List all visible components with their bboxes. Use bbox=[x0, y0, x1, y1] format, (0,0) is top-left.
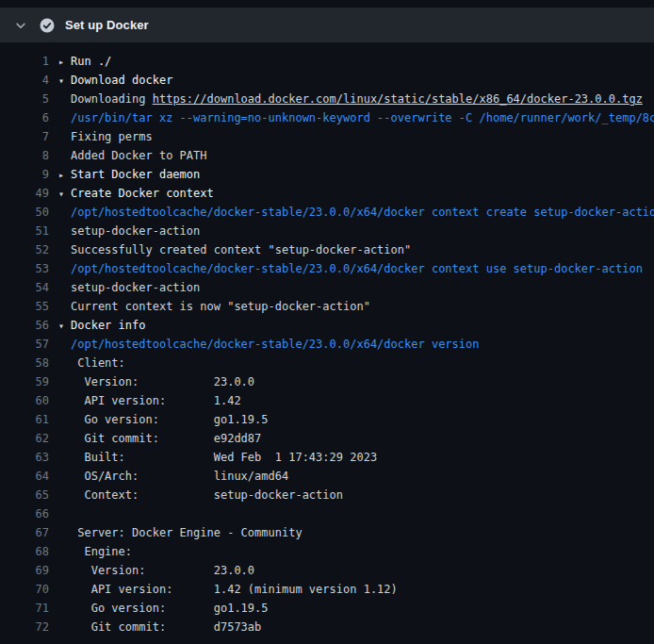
line-number[interactable]: 66 bbox=[0, 504, 49, 523]
group-title[interactable]: Start Docker daemon bbox=[71, 168, 200, 181]
line-number[interactable]: 64 bbox=[0, 467, 49, 486]
chevron-down-icon[interactable] bbox=[14, 19, 27, 32]
group-title[interactable]: Docker info bbox=[71, 319, 145, 332]
log-text: Fixing perms bbox=[58, 127, 654, 146]
log-line: 66 bbox=[0, 504, 654, 523]
log-line: 69 Version: 23.0.0 bbox=[0, 561, 654, 580]
group-line-content: ▸Run ./ bbox=[58, 52, 654, 71]
log-line: 72 Git commit: d7573ab bbox=[0, 618, 654, 636]
group-title[interactable]: Download docker bbox=[71, 74, 172, 87]
success-check-icon bbox=[40, 18, 55, 33]
group-title[interactable]: Run ./ bbox=[71, 55, 111, 68]
log-text: Engine: bbox=[58, 542, 654, 561]
line-number[interactable]: 72 bbox=[0, 618, 49, 636]
line-number[interactable]: 9 bbox=[0, 165, 49, 184]
caret-down-icon[interactable]: ▾ bbox=[58, 317, 71, 335]
log-text: Git commit: e92dd87 bbox=[58, 429, 654, 448]
log-line: 56▾Docker info bbox=[0, 316, 654, 335]
log-text: Git commit: d7573ab bbox=[58, 618, 654, 636]
log-line: 49▾Create Docker context bbox=[0, 184, 654, 203]
log-command-text: /opt/hostedtoolcache/docker-stable/23.0.… bbox=[58, 203, 654, 222]
line-number[interactable]: 60 bbox=[0, 391, 49, 410]
line-number[interactable]: 68 bbox=[0, 542, 49, 561]
group-line-content: ▾Docker info bbox=[58, 316, 654, 335]
line-number[interactable]: 67 bbox=[0, 523, 49, 542]
log-line: 54setup-docker-action bbox=[0, 278, 654, 297]
line-number[interactable]: 6 bbox=[0, 108, 49, 127]
line-number[interactable]: 55 bbox=[0, 297, 49, 316]
line-number[interactable]: 1 bbox=[0, 52, 49, 71]
log-text: Built: Wed Feb 1 17:43:29 2023 bbox=[58, 448, 654, 467]
line-number[interactable]: 7 bbox=[0, 127, 49, 146]
log-text: Current context is now "setup-docker-act… bbox=[58, 297, 654, 316]
log-text: Context: setup-docker-action bbox=[58, 486, 654, 504]
line-number[interactable]: 61 bbox=[0, 410, 49, 429]
log-text: Added Docker to PATH bbox=[58, 146, 654, 165]
line-number[interactable]: 5 bbox=[0, 90, 49, 108]
log-line: 64 OS/Arch: linux/amd64 bbox=[0, 467, 654, 486]
log-text: Successfully created context "setup-dock… bbox=[58, 240, 654, 259]
log-text: Downloading bbox=[71, 92, 153, 106]
log-line: 57/opt/hostedtoolcache/docker-stable/23.… bbox=[0, 335, 654, 354]
line-number[interactable]: 59 bbox=[0, 372, 49, 391]
log-line: 9▸Start Docker daemon bbox=[0, 165, 654, 184]
log-text: Version: 23.0.0 bbox=[58, 561, 654, 580]
line-number[interactable]: 70 bbox=[0, 580, 49, 599]
line-number[interactable]: 8 bbox=[0, 146, 49, 165]
log-text: setup-docker-action bbox=[58, 278, 654, 297]
caret-right-icon[interactable]: ▸ bbox=[58, 53, 71, 71]
step-title: Set up Docker bbox=[65, 18, 149, 32]
line-number[interactable]: 4 bbox=[0, 71, 49, 90]
log-line: 55Current context is now "setup-docker-a… bbox=[0, 297, 654, 316]
log-line: 8Added Docker to PATH bbox=[0, 146, 654, 165]
log-line: 59 Version: 23.0.0 bbox=[0, 372, 654, 391]
log-text: Server: Docker Engine - Community bbox=[58, 523, 654, 542]
workflow-log-viewer: Set up Docker 1▸Run ./4▾Download docker5… bbox=[0, 8, 654, 644]
caret-down-icon[interactable]: ▾ bbox=[58, 72, 71, 90]
line-number[interactable]: 57 bbox=[0, 335, 49, 354]
line-number[interactable]: 69 bbox=[0, 561, 49, 580]
log-text: setup-docker-action bbox=[58, 222, 654, 240]
log-line: 53/opt/hostedtoolcache/docker-stable/23.… bbox=[0, 259, 654, 278]
log-line: 52Successfully created context "setup-do… bbox=[0, 240, 654, 259]
log-line: 62 Git commit: e92dd87 bbox=[0, 429, 654, 448]
line-number[interactable]: 54 bbox=[0, 278, 49, 297]
caret-right-icon[interactable]: ▸ bbox=[58, 166, 71, 184]
log-command-text: /opt/hostedtoolcache/docker-stable/23.0.… bbox=[58, 335, 654, 354]
log-scroll-area[interactable]: 1▸Run ./4▾Download docker5Downloading ht… bbox=[0, 42, 654, 644]
log-line: 68 Engine: bbox=[0, 542, 654, 561]
line-number[interactable]: 49 bbox=[0, 184, 49, 203]
log-line: 50/opt/hostedtoolcache/docker-stable/23.… bbox=[0, 203, 654, 222]
line-number[interactable]: 53 bbox=[0, 259, 49, 278]
log-line: 63 Built: Wed Feb 1 17:43:29 2023 bbox=[0, 448, 654, 467]
log-line: 67 Server: Docker Engine - Community bbox=[0, 523, 654, 542]
log-line: 51setup-docker-action bbox=[0, 222, 654, 240]
log-line-content: Downloading https://download.docker.com/… bbox=[58, 90, 654, 108]
line-number[interactable]: 63 bbox=[0, 448, 49, 467]
group-title[interactable]: Create Docker context bbox=[71, 187, 214, 200]
step-header[interactable]: Set up Docker bbox=[0, 8, 654, 42]
line-number[interactable]: 71 bbox=[0, 599, 49, 618]
line-number[interactable]: 62 bbox=[0, 429, 49, 448]
line-number[interactable]: 65 bbox=[0, 486, 49, 504]
line-number[interactable]: 56 bbox=[0, 316, 49, 335]
log-line: 65 Context: setup-docker-action bbox=[0, 486, 654, 504]
line-number[interactable]: 52 bbox=[0, 240, 49, 259]
log-line: 70 API version: 1.42 (minimum version 1.… bbox=[0, 580, 654, 599]
log-line: 61 Go version: go1.19.5 bbox=[0, 410, 654, 429]
log-text: Go version: go1.19.5 bbox=[58, 599, 654, 618]
log-url-link[interactable]: https://download.docker.com/linux/static… bbox=[153, 92, 643, 106]
log-line: 6/usr/bin/tar xz --warning=no-unknown-ke… bbox=[0, 108, 654, 127]
log-line: 7Fixing perms bbox=[0, 127, 654, 146]
log-line: 58 Client: bbox=[0, 354, 654, 372]
log-text: Client: bbox=[58, 354, 654, 372]
caret-down-icon[interactable]: ▾ bbox=[58, 185, 71, 203]
group-line-content: ▾Download docker bbox=[58, 71, 654, 90]
log-text: Version: 23.0.0 bbox=[58, 372, 654, 391]
log-line: 71 Go version: go1.19.5 bbox=[0, 599, 654, 618]
line-number[interactable]: 58 bbox=[0, 354, 49, 372]
log-text: API version: 1.42 (minimum version 1.12) bbox=[58, 580, 654, 599]
log-line: 5Downloading https://download.docker.com… bbox=[0, 90, 654, 108]
line-number[interactable]: 51 bbox=[0, 222, 49, 240]
line-number[interactable]: 50 bbox=[0, 203, 49, 222]
